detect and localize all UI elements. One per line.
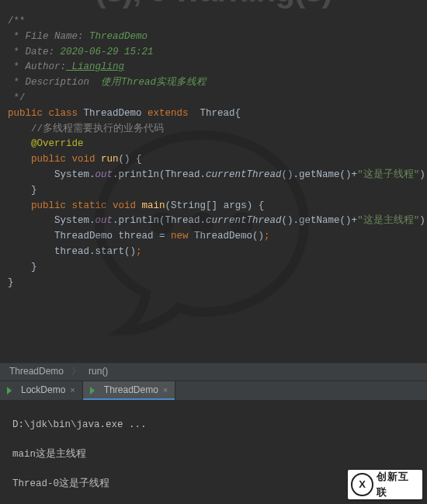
close-icon[interactable]: ×	[163, 383, 168, 398]
doc-author: Liangling	[66, 61, 124, 72]
override-annotation: @Override	[8, 138, 84, 149]
tab-threaddemo[interactable]: ThreadDemo ×	[83, 381, 175, 400]
inline-comment: //多线程需要执行的业务代码	[8, 123, 164, 134]
brand-badge: X 创新互联	[348, 470, 422, 499]
doc-comment-end: */	[8, 92, 26, 103]
run-config-icon	[7, 386, 16, 395]
run-tabs: LockDemo × ThreadDemo ×	[0, 381, 427, 400]
tab-label: ThreadDemo	[104, 383, 158, 398]
tab-lockdemo[interactable]: LockDemo ×	[0, 381, 83, 400]
doc-date: 2020-06-29 15:21	[54, 47, 154, 57]
println-child-thread: System.out.println(Thread.currentThread(…	[8, 168, 427, 183]
brand-text: 创新互联	[377, 469, 419, 500]
tab-label: LockDemo	[21, 383, 65, 398]
doc-comment-start: /**	[8, 16, 26, 26]
breadcrumb-method[interactable]: run()	[89, 364, 108, 380]
console-line: main这是主线程	[12, 447, 415, 462]
new-thread-instance: ThreadDemo thread = new ThreadDemo();	[8, 229, 427, 245]
println-main-thread: System.out.println(Thread.currentThread(…	[8, 214, 427, 229]
main-method-signature: public static void main(String[] args) {	[8, 199, 427, 214]
breadcrumb-class[interactable]: ThreadDemo	[9, 364, 64, 380]
run-method-signature: public void run() {	[8, 152, 427, 168]
doc-filename: ThreadDemo	[84, 31, 148, 42]
code-editor[interactable]: /** * File Name: ThreadDemo * Date: 2020…	[0, 0, 427, 290]
run-config-icon	[90, 386, 99, 395]
class-declaration: public class ThreadDemo extends Thread{	[8, 106, 427, 122]
chevron-right-icon: 〉	[71, 364, 81, 380]
doc-description: 使用Thread实现多线程	[89, 77, 207, 88]
close-icon[interactable]: ×	[70, 383, 75, 398]
console-line: D:\jdk\bin\java.exe ...	[12, 418, 415, 433]
thread-start-call: thread.start();	[8, 245, 427, 260]
breadcrumb: ThreadDemo 〉 run()	[0, 363, 427, 381]
brand-logo-icon: X	[351, 473, 373, 496]
